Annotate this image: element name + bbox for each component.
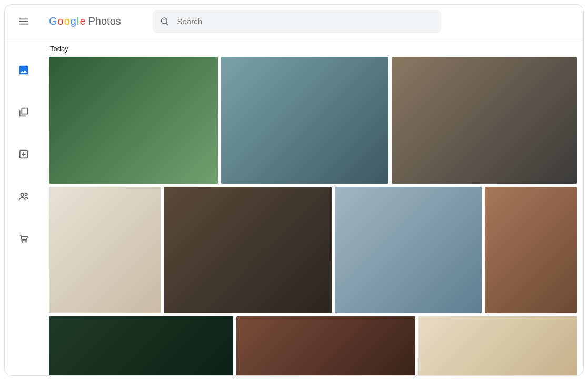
- svg-point-4: [25, 241, 27, 243]
- search-icon: [160, 16, 170, 27]
- svg-point-2: [25, 193, 27, 195]
- photo-row: [49, 57, 577, 184]
- add-box-icon: [18, 148, 29, 160]
- photo-thumbnail[interactable]: [164, 187, 332, 313]
- top-bar: Google Photos: [5, 5, 583, 38]
- nav-create[interactable]: [13, 144, 34, 165]
- main-body: Today: [5, 38, 583, 375]
- people-icon: [18, 191, 29, 202]
- main-menu-button[interactable]: [13, 11, 34, 32]
- app-frame: Google Photos Today: [4, 4, 584, 376]
- svg-point-1: [21, 194, 24, 197]
- app-product-name: Photos: [88, 15, 121, 27]
- photo-thumbnail[interactable]: [49, 316, 233, 375]
- photo-thumbnail[interactable]: [236, 316, 416, 375]
- nav-print-store[interactable]: [13, 228, 34, 249]
- svg-point-3: [22, 241, 23, 243]
- photo-thumbnail[interactable]: [49, 187, 161, 313]
- photo-thumbnail[interactable]: [418, 316, 577, 375]
- nav-photos[interactable]: [13, 59, 34, 81]
- hamburger-icon: [18, 16, 29, 27]
- photo-row: [49, 187, 577, 313]
- collections-icon: [18, 106, 29, 118]
- photo-thumbnail[interactable]: [392, 57, 577, 184]
- cart-icon: [18, 233, 29, 244]
- nav-rail: [5, 38, 43, 375]
- date-section-label: Today: [50, 45, 577, 53]
- photo-grid-region: Today: [43, 38, 583, 375]
- photo-thumbnail[interactable]: [485, 187, 577, 313]
- search-bar[interactable]: [153, 10, 441, 33]
- photo-thumbnail[interactable]: [221, 57, 389, 184]
- app-logo[interactable]: Google Photos: [49, 15, 121, 27]
- photo-thumbnail[interactable]: [335, 187, 482, 313]
- nav-albums[interactable]: [13, 102, 34, 123]
- photo-row: [49, 316, 577, 375]
- search-input[interactable]: [177, 17, 434, 26]
- nav-sharing[interactable]: [13, 186, 34, 207]
- image-icon: [18, 64, 29, 76]
- photo-thumbnail[interactable]: [49, 57, 218, 184]
